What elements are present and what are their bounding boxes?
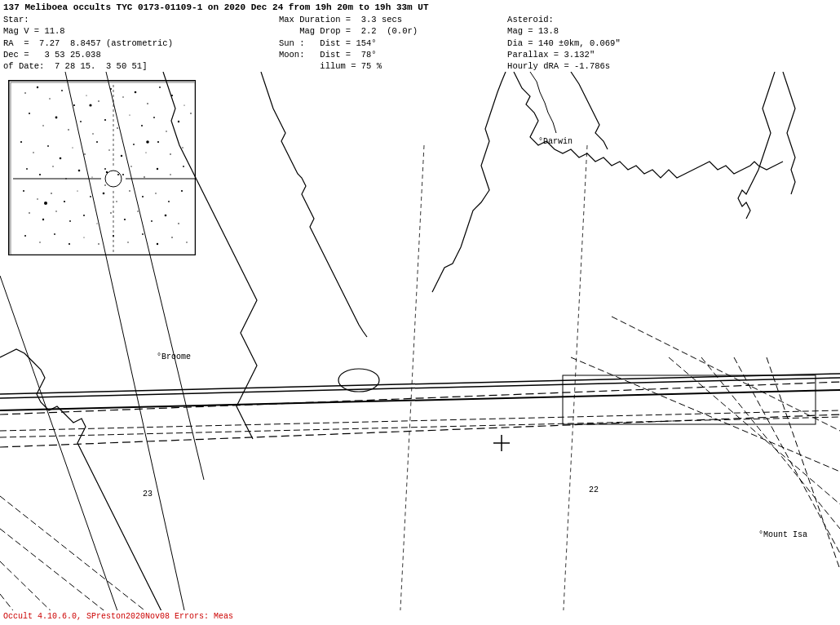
asteroid-mag: Mag = 13.8	[507, 25, 621, 37]
num-22: 22	[589, 485, 599, 494]
svg-line-113	[0, 414, 840, 447]
svg-line-109	[0, 390, 840, 410]
svg-point-127	[338, 369, 379, 392]
svg-line-108	[0, 417, 840, 437]
sun-dist: Sun : Dist = 154°	[279, 38, 418, 49]
svg-line-123	[0, 594, 24, 610]
asteroid-parallax: Parallax = 3.132"	[507, 49, 621, 60]
svg-line-105	[0, 374, 840, 394]
illum: illum = 75 %	[279, 60, 418, 72]
svg-line-115	[612, 317, 840, 431]
star-ofdate: of Date: 7 28 15. 3 50 51]	[3, 60, 173, 72]
main-canvas: 137 Meliboea occults TYC 0173-01109-1 on…	[0, 0, 840, 625]
svg-line-122	[0, 561, 65, 610]
svg-line-106	[0, 378, 840, 398]
svg-line-112	[0, 382, 840, 414]
map-area: °Darwin °Broome °Mount Isa °AliceSprn 23…	[0, 72, 840, 610]
mag-drop: Mag Drop = 2.2 (0.0r)	[279, 25, 418, 37]
footer: Occult 4.10.6.0, SPreston2020Nov08 Error…	[0, 610, 840, 625]
asteroid-dia: Dia = 140 ±0km, 0.069"	[507, 38, 621, 49]
star-mag: Mag V = 11.8	[3, 25, 173, 37]
moon-info: Moon: Dist = 78°	[279, 49, 418, 60]
star-ra: RA = 7.27 8.8457 (astrometric)	[3, 38, 173, 49]
svg-line-129	[65, 72, 188, 610]
svg-line-107	[0, 410, 840, 431]
asteroid-label: Asteroid:	[507, 14, 621, 25]
star-dec: Dec = 3 53 25.038	[3, 49, 173, 60]
svg-line-111	[563, 145, 587, 610]
star-label: Star:	[3, 14, 173, 25]
broome-label: °Broome	[157, 352, 191, 361]
footer-text: Occult 4.10.6.0, SPreston2020Nov08 Error…	[3, 612, 233, 621]
svg-line-110	[400, 145, 424, 610]
mount-isa-label: °Mount Isa	[758, 530, 807, 539]
asteroid-dra: Hourly dRA = -1.786s	[507, 60, 621, 72]
map-svg: °Darwin °Broome °Mount Isa °AliceSprn 23…	[0, 72, 840, 610]
svg-line-121	[0, 529, 122, 610]
darwin-label: °Darwin	[538, 137, 573, 146]
svg-line-130	[106, 72, 204, 480]
num-23: 23	[143, 490, 153, 499]
title: 137 Meliboea occults TYC 0173-01109-1 on…	[3, 2, 837, 13]
svg-line-118	[734, 357, 840, 553]
max-duration: Max Duration = 3.3 secs	[279, 14, 418, 25]
